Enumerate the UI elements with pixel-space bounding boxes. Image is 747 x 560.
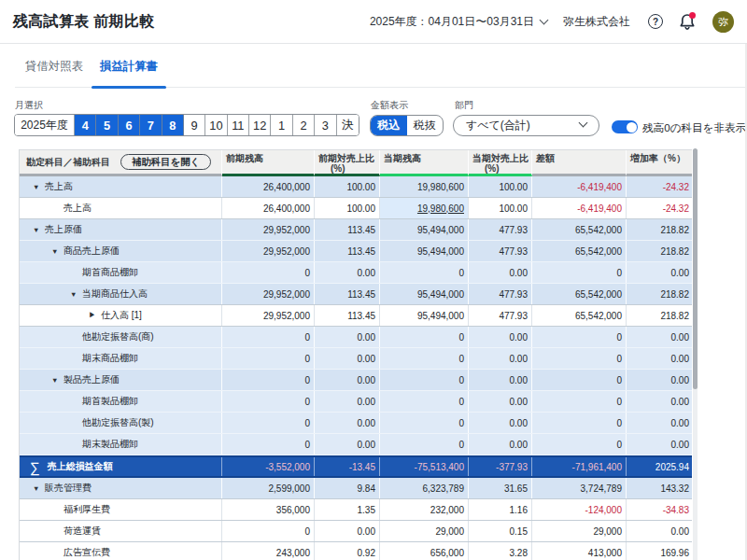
month-segment-5[interactable]: 5 [96, 115, 118, 135]
value-text: 0 [304, 418, 310, 428]
table-row-福利厚生費[interactable]: 福利厚生費356,0001.35232,0001.16-124,000-34.8… [20, 498, 692, 521]
value-text: 0.00 [358, 526, 375, 537]
month-segment-決[interactable]: 決 [337, 115, 359, 135]
value-cell: 95,494,000 [380, 305, 469, 326]
account-name-cell: 売上高 [20, 198, 222, 218]
table-row-期首商品棚卸[interactable]: 期首商品棚卸00.0000.0000.00 [20, 262, 692, 284]
table-row-期末製品棚卸[interactable]: 期末製品棚卸00.0000.0000.00 [20, 434, 692, 455]
value-text: 100.00 [499, 182, 528, 192]
value-cell: 26,400,000 [222, 198, 315, 218]
table-row-売上総損益金額[interactable]: ∑売上総損益金額-3,552,000-13.45-75,513,400-377.… [20, 455, 692, 478]
month-segment-7[interactable]: 7 [140, 115, 162, 135]
hide-zero-balance-toggle[interactable] [612, 120, 638, 133]
month-select-label: 月選択 [15, 99, 43, 112]
value-cell: 0 [380, 434, 469, 455]
table-scrollbar-thumb[interactable] [693, 148, 698, 389]
notification-bell-icon[interactable] [679, 13, 695, 31]
value-text: 29,000 [435, 526, 464, 537]
table-row-広告宣伝費[interactable]: 広告宣伝費243,0000.92656,0003.28413,000169.96 [20, 541, 692, 560]
table-row-売上高[interactable]: ▼売上高26,400,000100.0019,980,600100.00-6,4… [20, 176, 692, 198]
tax-option-税抜[interactable]: 税抜 [407, 116, 444, 135]
table-row-他勘定振替高(製)[interactable]: 他勘定振替高(製)00.0000.0000.00 [20, 413, 692, 434]
value-cell: 0.92 [315, 542, 380, 560]
expanded-triangle-icon[interactable]: ▼ [70, 290, 82, 299]
value-text: 0.15 [510, 526, 528, 537]
value-text: 95,494,000 [417, 246, 464, 257]
expanded-triangle-icon[interactable]: ▼ [33, 484, 45, 493]
account-column-header: 勘定科目／補助科目 補助科目を開く [20, 150, 222, 176]
value-cell: 656,000 [380, 542, 469, 560]
value-text: 0.00 [510, 440, 528, 450]
active-tab-underline [92, 86, 166, 89]
help-icon[interactable]: ? [648, 14, 663, 29]
account-name: 他勘定振替高(製) [82, 416, 154, 429]
account-name: 製品売上原価 [63, 373, 120, 386]
value-cell: 19,980,600 [380, 198, 469, 218]
user-avatar[interactable]: 弥 [712, 11, 734, 33]
value-text[interactable]: 19,980,600 [417, 203, 464, 214]
value-text: 0.00 [671, 268, 689, 278]
value-cell: 477.93 [469, 284, 532, 304]
value-text: 0 [458, 375, 464, 385]
month-segment-6[interactable]: 6 [119, 115, 140, 135]
value-text: 3.28 [510, 548, 528, 558]
open-sub-accounts-button[interactable]: 補助科目を開く [120, 154, 211, 170]
tax-option-税込[interactable]: 税込 [371, 116, 407, 135]
value-text: 477.93 [499, 225, 528, 235]
expanded-triangle-icon[interactable]: ▼ [33, 183, 45, 191]
expanded-triangle-icon[interactable]: ▼ [51, 247, 63, 256]
table-row-売上高[interactable]: 売上高26,400,000100.0019,980,600100.00-6,41… [20, 197, 692, 219]
value-cell: 6,323,789 [380, 478, 469, 498]
value-cell: 113.45 [315, 219, 380, 240]
month-segment-10[interactable]: 10 [205, 115, 227, 135]
table-row-仕入高 [1][interactable]: ▶仕入高 [1]29,952,000113.4595,494,000477.93… [20, 304, 692, 327]
tab-balance-sheet[interactable]: 貸借対照表 [15, 44, 93, 89]
collapsed-triangle-icon[interactable]: ▶ [89, 311, 101, 320]
month-segment-2025年度[interactable]: 2025年度 [15, 115, 75, 135]
fiscal-period-selector[interactable]: 2025年度：04月01日〜03月31日 [370, 14, 547, 30]
value-cell: -75,513,400 [380, 457, 469, 476]
value-cell: 3,724,789 [532, 478, 627, 498]
table-row-販売管理費[interactable]: ▼販売管理費2,599,0009.846,323,78931.653,724,7… [20, 478, 692, 499]
month-segment-3[interactable]: 3 [315, 115, 336, 135]
column-header-5: 差額 [532, 150, 627, 176]
table-row-荷造運賃[interactable]: 荷造運賃00.0029,0000.1529,0000.00 [20, 520, 692, 542]
column-header-2: 前期対売上比(%) [315, 150, 380, 176]
trial-balance-table: 勘定科目／補助科目 補助科目を開く 前期残高前期対売上比(%)当期残高当期対売上… [19, 149, 692, 560]
month-segment-1[interactable]: 1 [271, 115, 292, 135]
amount-display-label: 金額表示 [371, 99, 408, 112]
account-name-cell: ▼売上原価 [20, 219, 222, 240]
value-cell: 143.32 [627, 478, 692, 498]
tab-profit-loss[interactable]: 損益計算書 [92, 44, 166, 89]
value-text: 0 [616, 397, 622, 407]
month-segment-4[interactable]: 4 [75, 115, 96, 135]
month-segment-2[interactable]: 2 [293, 115, 315, 135]
table-row-売上原価[interactable]: ▼売上原価29,952,000113.4595,494,000477.9365,… [20, 219, 692, 241]
value-text: 656,000 [430, 548, 464, 558]
value-text: 0.00 [358, 354, 375, 364]
value-cell: 0.00 [315, 370, 380, 390]
column-header-1: 前期残高 [222, 150, 315, 176]
value-text: 0.00 [510, 354, 528, 364]
table-row-他勘定振替高(商)[interactable]: 他勘定振替高(商)00.0000.0000.00 [20, 327, 692, 348]
value-text: 0.00 [671, 397, 689, 407]
table-row-商品売上原価[interactable]: ▼商品売上原価29,952,000113.4595,494,000477.936… [20, 241, 692, 262]
table-row-製品売上原価[interactable]: ▼製品売上原価00.0000.0000.00 [20, 370, 692, 391]
table-row-当期商品仕入高[interactable]: ▼当期商品仕入高29,952,000113.4595,494,000477.93… [20, 284, 692, 305]
value-cell: 0 [222, 327, 315, 347]
table-row-期首製品棚卸[interactable]: 期首製品棚卸00.0000.0000.00 [20, 391, 692, 413]
expanded-triangle-icon[interactable]: ▼ [51, 376, 63, 385]
account-name: 他勘定振替高(商) [82, 330, 154, 343]
department-select[interactable]: すべて(合計) [453, 115, 599, 136]
table-row-期末商品棚卸[interactable]: 期末商品棚卸00.0000.0000.00 [20, 348, 692, 370]
month-segment-8[interactable]: 8 [162, 115, 184, 135]
expanded-triangle-icon[interactable]: ▼ [33, 226, 45, 234]
value-cell: 29,952,000 [222, 284, 315, 304]
column-header-6: 増加率（%） [627, 150, 692, 176]
value-cell: 0.00 [315, 348, 380, 369]
month-segment-12[interactable]: 12 [249, 115, 271, 135]
value-cell: 3.28 [469, 542, 532, 560]
month-segment-9[interactable]: 9 [184, 115, 205, 135]
value-cell: 0.00 [627, 521, 692, 541]
month-segment-11[interactable]: 11 [228, 115, 249, 135]
